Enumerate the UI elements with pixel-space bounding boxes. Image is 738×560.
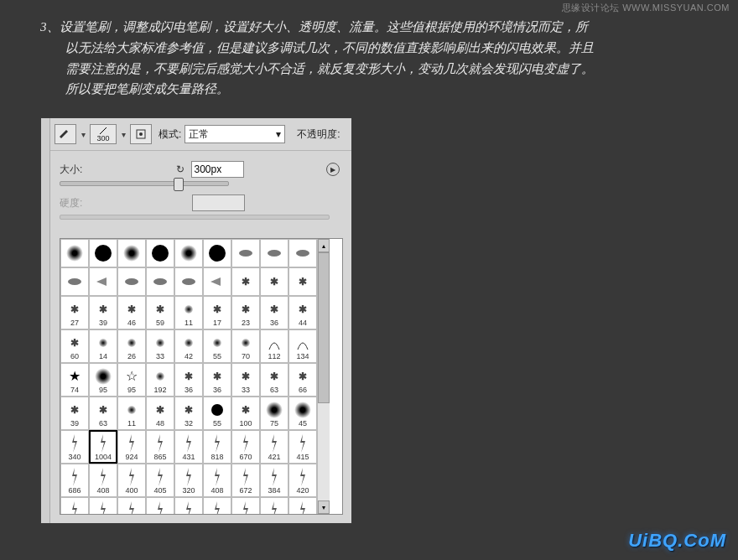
brush-preset[interactable]: ✱: [260, 267, 288, 296]
size-slider[interactable]: [60, 181, 229, 186]
brush-preset[interactable]: 408: [203, 464, 231, 497]
brush-preset[interactable]: 45: [288, 397, 317, 430]
flyout-menu-icon[interactable]: ▶: [326, 163, 340, 176]
brush-preset[interactable]: 42: [174, 329, 203, 363]
brush-preset[interactable]: ✱63: [89, 397, 117, 430]
size-slider-thumb[interactable]: [174, 178, 184, 191]
brush-preset[interactable]: ★74: [60, 363, 89, 397]
brush-preset[interactable]: ✱17: [203, 296, 231, 329]
brush-preset[interactable]: ✱36: [260, 296, 288, 329]
brush-preset[interactable]: 405: [146, 464, 174, 497]
brush-preset[interactable]: 672: [231, 464, 260, 497]
scroll-up-icon[interactable]: ▴: [318, 239, 330, 252]
brush-preset[interactable]: 602: [260, 497, 288, 515]
brush-preset[interactable]: 686: [60, 464, 89, 497]
brush-preset[interactable]: ✱27: [60, 296, 89, 329]
brush-preset[interactable]: 272: [231, 497, 260, 515]
brush-preset[interactable]: ✱66: [288, 363, 317, 397]
brush-preset[interactable]: 384: [260, 464, 288, 497]
brush-preset[interactable]: ✱33: [231, 363, 260, 397]
brush-preset[interactable]: 415: [288, 430, 317, 464]
brush-preset[interactable]: [174, 239, 203, 267]
reset-size-icon[interactable]: ↻: [176, 163, 184, 175]
brush-preset[interactable]: 192: [146, 363, 174, 397]
brush-preset[interactable]: ✱100: [231, 397, 260, 430]
brush-preset[interactable]: 420: [288, 464, 317, 497]
brush-preset[interactable]: ✱60: [60, 329, 89, 363]
brush-preset[interactable]: 688: [288, 497, 317, 515]
brush-preset[interactable]: 456: [174, 497, 203, 515]
brush-preset[interactable]: 431: [174, 430, 203, 464]
brush-preset[interactable]: ✱32: [174, 397, 203, 430]
tablet-pressure-icon[interactable]: [130, 124, 152, 144]
brush-preset[interactable]: 865: [146, 430, 174, 464]
brush-preset[interactable]: ✱39: [89, 296, 117, 329]
brush-preset[interactable]: ✱44: [288, 296, 317, 329]
brush-preset[interactable]: 33: [146, 329, 174, 363]
brush-preset[interactable]: ✱39: [60, 397, 89, 430]
brush-preset[interactable]: 464: [203, 497, 231, 515]
brush-preset[interactable]: 818: [203, 430, 231, 464]
brush-preset[interactable]: 1004: [89, 430, 117, 464]
brush-size-label: 924: [125, 454, 138, 461]
brush-preset[interactable]: [203, 267, 231, 296]
brush-preset[interactable]: 343: [146, 497, 174, 515]
brush-preset[interactable]: 408: [89, 464, 117, 497]
scroll-track[interactable]: [318, 252, 330, 500]
brush-preset[interactable]: ✱46: [117, 296, 146, 329]
brush-preset[interactable]: [260, 239, 288, 267]
brush-preset[interactable]: 400: [117, 464, 146, 497]
size-input[interactable]: [191, 161, 244, 178]
brush-preset[interactable]: ✱23: [231, 296, 260, 329]
brush-preset[interactable]: 14: [89, 329, 117, 363]
brush-preset[interactable]: [288, 239, 317, 267]
preset-scrollbar[interactable]: ▴ ▾: [317, 239, 330, 514]
brush-preset[interactable]: [60, 267, 89, 296]
brush-preset[interactable]: 70: [231, 329, 260, 363]
brush-preset[interactable]: 924: [117, 430, 146, 464]
brush-preset[interactable]: [146, 267, 174, 296]
panel-tab-strip[interactable]: [41, 118, 50, 523]
brush-preset[interactable]: ✱59: [146, 296, 174, 329]
brush-preset[interactable]: [231, 239, 260, 267]
brush-preset[interactable]: 407: [89, 497, 117, 515]
brush-preset[interactable]: ☆95: [117, 363, 146, 397]
brush-preset[interactable]: [146, 239, 174, 267]
brush-preset[interactable]: 340: [60, 430, 89, 464]
brush-preset[interactable]: 594: [60, 497, 89, 515]
brush-preset[interactable]: 75: [260, 397, 288, 430]
brush-preset[interactable]: [60, 239, 89, 267]
brush-preset[interactable]: 134: [288, 329, 317, 363]
brush-preset[interactable]: 670: [231, 430, 260, 464]
brush-preset[interactable]: [117, 267, 146, 296]
scroll-down-icon[interactable]: ▾: [318, 500, 330, 514]
brush-preset[interactable]: 320: [174, 464, 203, 497]
brush-size-dropdown-icon[interactable]: ▾: [120, 130, 127, 139]
mode-select[interactable]: 正常 ▾: [184, 125, 285, 143]
brush-size-preset[interactable]: 300: [90, 124, 117, 144]
brush-preview-dropdown-icon[interactable]: ▾: [80, 130, 86, 139]
brush-preset[interactable]: 389: [117, 497, 146, 515]
brush-preset[interactable]: ✱: [288, 267, 317, 296]
brush-preset[interactable]: 55: [203, 329, 231, 363]
brush-preset[interactable]: ✱36: [174, 363, 203, 397]
brush-preset[interactable]: 11: [117, 397, 146, 430]
brush-preset[interactable]: 55: [203, 397, 231, 430]
scroll-thumb[interactable]: [318, 252, 330, 403]
brush-preset[interactable]: 11: [174, 296, 203, 329]
brush-preset[interactable]: ✱63: [260, 363, 288, 397]
brush-preset[interactable]: ✱36: [203, 363, 231, 397]
brush-preset[interactable]: ✱48: [146, 397, 174, 430]
brush-preset[interactable]: ✱: [231, 267, 260, 296]
brush-preset[interactable]: [174, 267, 203, 296]
brush-preset[interactable]: 112: [260, 329, 288, 363]
brush-preview-icon[interactable]: [55, 124, 76, 144]
brush-size-label: 42: [184, 353, 193, 360]
brush-preset[interactable]: 421: [260, 430, 288, 464]
brush-preset[interactable]: [89, 267, 117, 296]
brush-preset[interactable]: [203, 239, 231, 267]
brush-preset[interactable]: [89, 239, 117, 267]
brush-preset[interactable]: 26: [117, 329, 146, 363]
brush-preset[interactable]: [117, 239, 146, 267]
brush-preset[interactable]: 95: [89, 363, 117, 397]
